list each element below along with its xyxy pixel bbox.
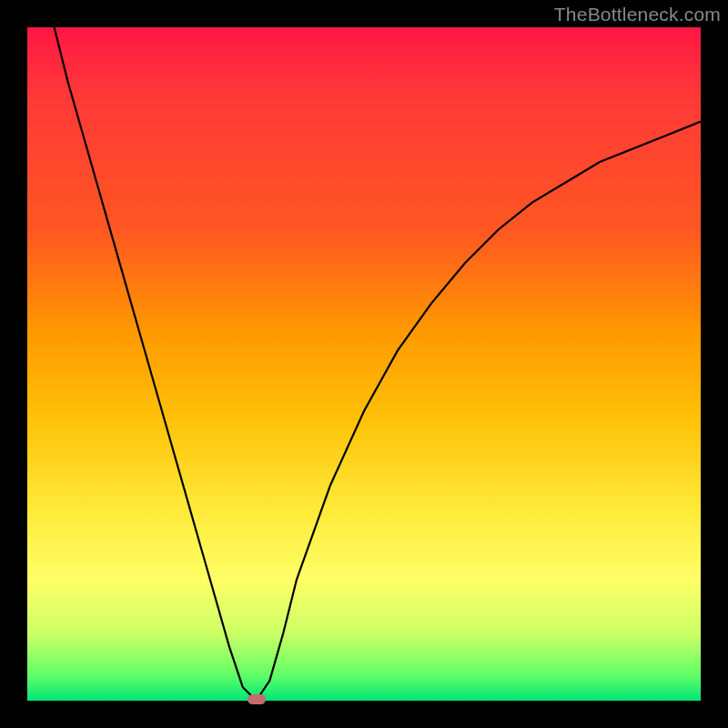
plot-area [27,27,701,701]
bottleneck-curve [27,27,701,701]
chart-frame: TheBottleneck.com [0,0,728,728]
watermark-text: TheBottleneck.com [554,4,721,25]
optimal-point-marker [248,694,266,704]
